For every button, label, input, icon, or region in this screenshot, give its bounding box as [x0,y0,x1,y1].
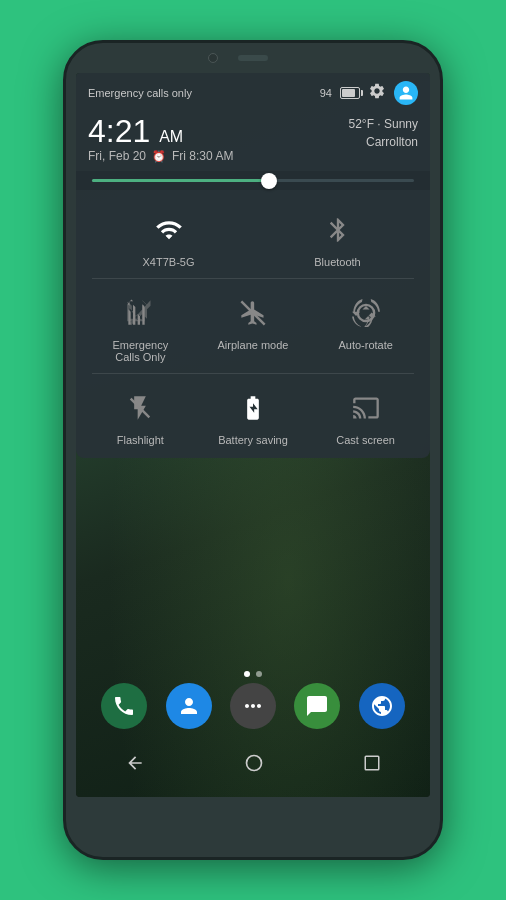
wifi-icon [155,216,183,244]
autorotate-label: Auto-rotate [338,339,392,351]
notification-panel: Emergency calls only 94 [76,73,430,458]
contacts-app-icon[interactable] [166,683,212,729]
status-bar: Emergency calls only 94 [76,73,430,111]
browser-app-icon[interactable] [359,683,405,729]
qs-bluetooth[interactable]: Bluetooth [293,202,383,272]
flashlight-label: Flashlight [117,434,164,446]
nav-bar [76,743,430,787]
svg-point-3 [246,756,261,771]
airplane-icon [239,299,267,327]
airplane-label: Airplane mode [218,339,289,351]
user-avatar[interactable] [394,81,418,105]
qs-row-3: Flashlight Battery saving [76,376,430,454]
camera [208,53,218,63]
wifi-label: X4T7B-5G [143,256,195,268]
brightness-track[interactable] [92,179,414,182]
emergency-icon-wrap [120,293,160,333]
qs-divider-1 [92,278,414,279]
qs-row-1: X4T7B-5G Bluetooth [76,198,430,276]
settings-icon[interactable] [368,82,386,104]
battery-icon [340,87,360,99]
cast-icon [352,394,380,422]
flashlight-icon [126,394,154,422]
brightness-fill [92,179,269,182]
weather-section: 52°F · Sunny Carrollton [348,115,418,151]
home-button[interactable] [244,753,264,777]
phone-app-icon[interactable] [101,683,147,729]
status-icons: 94 [320,81,418,105]
signal-off-icon [126,299,154,327]
autorotate-icon-wrap [346,293,386,333]
phone-screen: Emergency calls only 94 [76,73,430,797]
qs-emergency[interactable]: Emergency Calls Only [95,285,185,367]
svg-rect-4 [365,756,379,770]
battery-level: 94 [320,87,332,99]
bluetooth-label: Bluetooth [314,256,360,268]
bluetooth-icon [324,216,352,244]
recents-button[interactable] [363,754,381,776]
wifi-icon-wrap [149,210,189,250]
apps-icon[interactable] [230,683,276,729]
power-button[interactable] [441,343,443,398]
battery-saving-icon [239,394,267,422]
vol-down-button[interactable] [441,253,443,293]
back-button[interactable] [125,753,145,777]
qs-flashlight[interactable]: Flashlight [95,380,185,450]
brightness-thumb[interactable] [261,173,277,189]
app-dock [76,675,430,737]
time-display: 4:21 AM [88,115,233,147]
qs-wifi[interactable]: X4T7B-5G [124,202,214,272]
time-section: 4:21 AM Fri, Feb 20 ⏰ Fri 8:30 AM 52°F ·… [76,111,430,171]
battery-saving-label: Battery saving [218,434,288,446]
qs-autorotate[interactable]: Auto-rotate [321,285,411,367]
qs-airplane[interactable]: Airplane mode [208,285,298,367]
vol-up-button[interactable] [441,203,443,243]
autorotate-icon [352,299,380,327]
flashlight-icon-wrap [120,388,160,428]
qs-row-2: Emergency Calls Only Airplane mode [76,281,430,371]
qs-battery-saving[interactable]: Battery saving [208,380,298,450]
alarm-icon: ⏰ [152,150,166,163]
qs-cast[interactable]: Cast screen [321,380,411,450]
airplane-icon-wrap [233,293,273,333]
cast-icon-wrap [346,388,386,428]
quick-settings: X4T7B-5G Bluetooth [76,190,430,458]
messages-app-icon[interactable] [294,683,340,729]
emergency-label: Emergency Calls Only [99,339,181,363]
bluetooth-icon-wrap [318,210,358,250]
date-row: Fri, Feb 20 ⏰ Fri 8:30 AM [88,149,233,163]
speaker [238,55,268,61]
brightness-section[interactable] [76,171,430,190]
cast-label: Cast screen [336,434,395,446]
battery-saving-icon-wrap [233,388,273,428]
phone-frame: Emergency calls only 94 [63,40,443,860]
qs-divider-2 [92,373,414,374]
time-left: 4:21 AM Fri, Feb 20 ⏰ Fri 8:30 AM [88,115,233,163]
emergency-calls-text: Emergency calls only [88,87,192,99]
